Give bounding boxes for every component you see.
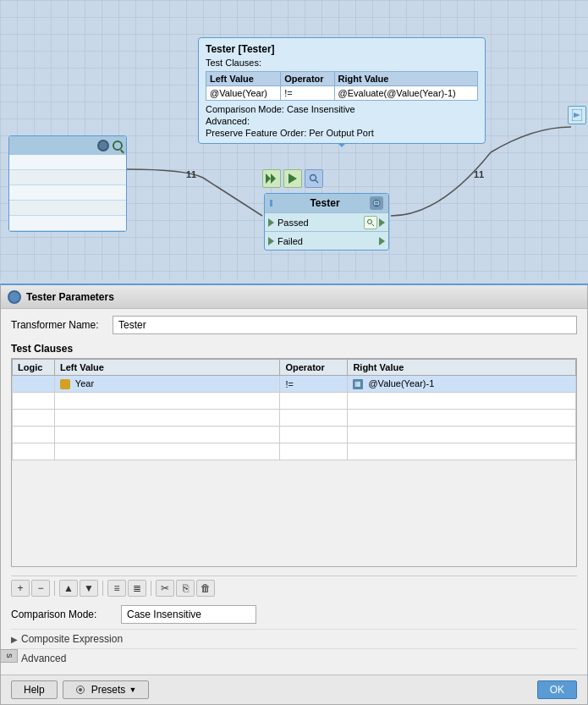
left-node[interactable] [8,135,127,232]
col-left-value: Left Value [55,360,280,376]
composite-expression-section[interactable]: ▶ Composite Expression [11,629,577,648]
table-row[interactable]: Year ▦ @Value(Year)-1 [13,376,576,393]
callout-advanced: Advanced: [206,116,478,126]
test-clauses-label: Test Clauses [11,343,577,355]
comparison-mode-row: Comparison Mode: Case Insensitive [11,605,577,624]
callout-subtitle: Test Clauses: [206,58,478,68]
dialog-body: Transformer Name: Test Clauses Logic Lef… [1,309,587,675]
copy-button[interactable]: ⎘ [176,580,195,597]
outdent-button[interactable]: ≣ [128,580,146,597]
right-value-text: @Value(Year)-1 [368,378,434,388]
ok-label: OK [550,684,564,696]
operator-input[interactable] [285,379,342,389]
left-node-rows [9,155,126,231]
callout-table: Left Value Operator Right Value @Value(Y… [206,71,478,101]
indent-button[interactable]: ≡ [107,580,126,597]
dialog-title: Tester Parameters [26,291,114,303]
svg-rect-6 [375,200,378,201]
run-all-button[interactable] [262,169,281,188]
inspect-button[interactable] [305,169,323,188]
tester-node[interactable]: Tester Passed [264,193,389,251]
grid-icon: ▦ [353,379,363,389]
remove-clause-button[interactable]: − [31,580,50,597]
callout-col-op: Operator [281,72,334,86]
run-button[interactable] [283,169,302,188]
num-label-left: 11 [186,169,196,179]
col-right-value: Right Value [348,360,576,376]
passed-label: Passed [278,218,364,228]
clauses-toolbar: + − ▲ ▼ ≡ ≣ ✂ ⎘ 🗑 [11,576,577,600]
dialog-titlebar: Tester Parameters [1,285,587,309]
comparison-mode-value[interactable]: Case Insensitive [121,605,256,624]
cell-left-value: Year [55,376,280,393]
list-item [9,170,126,185]
cell-empty [13,410,55,427]
left-value-text: Year [75,378,94,388]
tester-node-header: Tester [265,194,388,212]
col-operator: Operator [280,360,348,376]
cell-empty [13,427,55,443]
callout-col-left: Left Value [206,72,281,86]
passed-port: Passed [265,212,388,231]
presets-dropdown-arrow-icon: ▼ [129,686,136,694]
move-down-button[interactable]: ▼ [80,580,98,597]
passed-end-arrow-icon [379,218,385,227]
comparison-mode-label: Comparison Mode: [11,609,121,620]
composite-expression-label: Composite Expression [21,633,123,645]
test-clauses-table: Logic Left Value Operator Right Value Ye… [12,359,576,460]
left-tab[interactable]: s [1,649,18,663]
svg-rect-7 [375,202,378,204]
table-row [13,393,576,410]
transformer-name-input[interactable] [113,316,577,334]
cell-right-value: ▦ @Value(Year)-1 [348,376,576,393]
callout-title: Tester [Tester] [206,43,478,55]
advanced-section[interactable]: ▶ Advanced [11,648,577,668]
table-row [13,443,576,460]
callout-row-right: @Evaluate(@Value(Year)-1) [334,86,477,101]
left-node-header [9,136,126,155]
add-clause-button[interactable]: + [11,580,30,597]
callout-comparison: Comparison Mode: Case Insensitive [206,104,478,114]
svg-point-9 [368,219,372,223]
failed-arrow-icon [268,237,274,245]
table-row [13,427,576,443]
cut-button[interactable]: ✂ [156,580,174,597]
toolbar-icons-row [262,169,323,188]
year-icon [60,379,70,389]
failed-end-arrow-icon [379,237,385,245]
gear-icon [97,140,109,151]
advanced-label: Advanced [21,653,66,664]
search-icon [113,140,123,151]
help-label: Help [24,684,45,696]
dialog-icon [8,290,21,304]
cell-empty [13,393,55,410]
help-button[interactable]: Help [11,680,58,699]
svg-rect-8 [375,205,378,207]
ok-button[interactable]: OK [537,680,577,699]
transformer-name-row: Transformer Name: [11,316,577,334]
col-logic: Logic [13,360,55,376]
num-label-right: 11 [474,169,484,179]
svg-line-4 [316,180,318,183]
callout-row-left: @Value(Year) [206,86,281,101]
cell-operator[interactable] [280,376,348,393]
cell-empty [13,443,55,460]
failed-label: Failed [278,236,377,246]
svg-marker-0 [266,173,271,184]
presets-label: Presets [91,684,126,696]
presets-button[interactable]: Presets ▼ [63,680,150,699]
delete-button[interactable]: 🗑 [196,580,215,597]
right-connector[interactable] [568,106,586,124]
list-item [9,155,126,170]
passed-search-icon[interactable] [364,216,377,229]
move-up-button[interactable]: ▲ [59,580,78,597]
svg-marker-2 [289,173,297,184]
callout-preserve: Preserve Feature Order: Per Output Port [206,128,478,138]
passed-arrow-icon [268,218,274,227]
table-row [13,410,576,427]
toolbar-separator [151,581,151,596]
callout-row-op: != [281,86,334,101]
svg-marker-1 [271,173,276,184]
list-item [9,201,126,216]
dialog-panel: s Tester Parameters Transformer Name: Te… [0,284,588,705]
